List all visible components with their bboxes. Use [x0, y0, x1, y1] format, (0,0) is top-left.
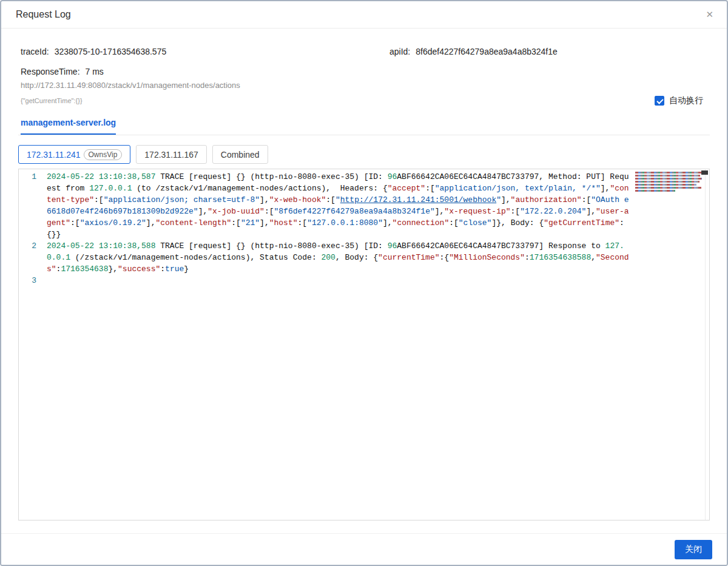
- line-number: 2: [19, 240, 47, 252]
- checkbox-icon[interactable]: [655, 96, 664, 106]
- modal-title: Request Log: [16, 9, 71, 20]
- log-line-content: [47, 275, 709, 286]
- line-number: 3: [19, 275, 47, 286]
- log-editor[interactable]: 12024-05-22 13:10:38,587 TRACE [request]…: [18, 169, 710, 521]
- node-tab-167[interactable]: 172.31.11.167: [136, 145, 207, 164]
- api-id: apiId: 8f6def4227f64279a8ea9a4a8b324f1e: [389, 47, 707, 56]
- log-line: 22024-05-22 13:10:38,588 TRACE [request]…: [19, 240, 709, 275]
- close-icon[interactable]: ✕: [706, 8, 713, 21]
- log-line: 3: [19, 275, 709, 286]
- minimap[interactable]: [635, 172, 702, 193]
- auto-wrap-label: 自动换行: [669, 95, 703, 106]
- response-time: ResponseTime: 7 ms: [21, 67, 389, 76]
- modal-footer: 关闭: [1, 533, 727, 565]
- node-tab-label: 172.31.11.167: [144, 150, 198, 160]
- tab-management-server-log[interactable]: management-server.log: [21, 118, 116, 135]
- editor-scrollbar[interactable]: [705, 169, 709, 520]
- response-time-value: 7 ms: [86, 67, 104, 76]
- trace-id: traceId: 3238075-10-1716354638.575: [21, 47, 389, 56]
- log-editor-lines: 12024-05-22 13:10:38,587 TRACE [request]…: [19, 171, 709, 286]
- node-tab-label: 172.31.11.241: [27, 150, 81, 160]
- request-log-modal: Request Log ✕ traceId: 3238075-10-171635…: [0, 0, 728, 566]
- trace-id-value: 3238075-10-1716354638.575: [55, 47, 167, 56]
- file-tab-bar: management-server.log: [1, 117, 727, 135]
- owns-vip-badge: OwnsVip: [84, 149, 123, 160]
- tab-divider: [18, 135, 710, 135]
- log-line-content: 2024-05-22 13:10:38,587 TRACE [request] …: [47, 171, 709, 240]
- request-body: {"getCurrentTime":{}}: [21, 97, 83, 104]
- minimap-slider[interactable]: [701, 170, 708, 175]
- api-id-label: apiId:: [389, 47, 410, 56]
- trace-id-label: traceId:: [21, 47, 49, 56]
- line-number: 1: [19, 171, 47, 183]
- auto-wrap-checkbox[interactable]: 自动换行: [655, 95, 703, 106]
- meta-section: traceId: 3238075-10-1716354638.575 apiId…: [1, 47, 727, 106]
- modal-header: Request Log ✕: [1, 1, 727, 29]
- close-button[interactable]: 关闭: [675, 540, 712, 559]
- request-url: http://172.31.11.49:8080/zstack/v1/manag…: [21, 81, 707, 90]
- node-tab-combined[interactable]: Combined: [212, 145, 268, 164]
- response-time-label: ResponseTime:: [21, 67, 80, 76]
- log-line: 12024-05-22 13:10:38,587 TRACE [request]…: [19, 171, 709, 240]
- api-id-value: 8f6def4227f64279a8ea9a4a8b324f1e: [416, 47, 558, 56]
- log-line-content: 2024-05-22 13:10:38,588 TRACE [request] …: [47, 240, 709, 275]
- node-tab-bar: 172.31.11.241 OwnsVip 172.31.11.167 Comb…: [1, 145, 727, 164]
- node-tab-241[interactable]: 172.31.11.241 OwnsVip: [18, 145, 130, 164]
- node-tab-label: Combined: [221, 150, 260, 160]
